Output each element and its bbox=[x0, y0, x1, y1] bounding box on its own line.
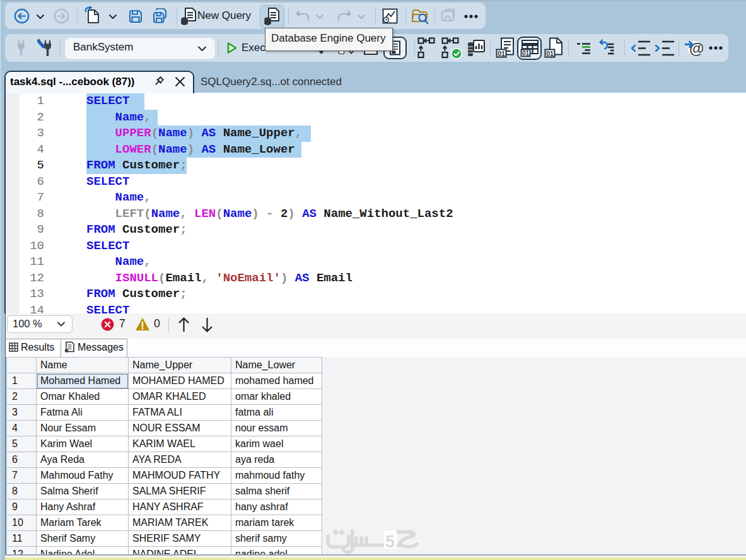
svg-text:01: 01 bbox=[522, 50, 530, 57]
svg-text:01: 01 bbox=[546, 50, 554, 57]
svg-text:01: 01 bbox=[498, 50, 505, 57]
svg-text:5: 5 bbox=[385, 532, 395, 551]
